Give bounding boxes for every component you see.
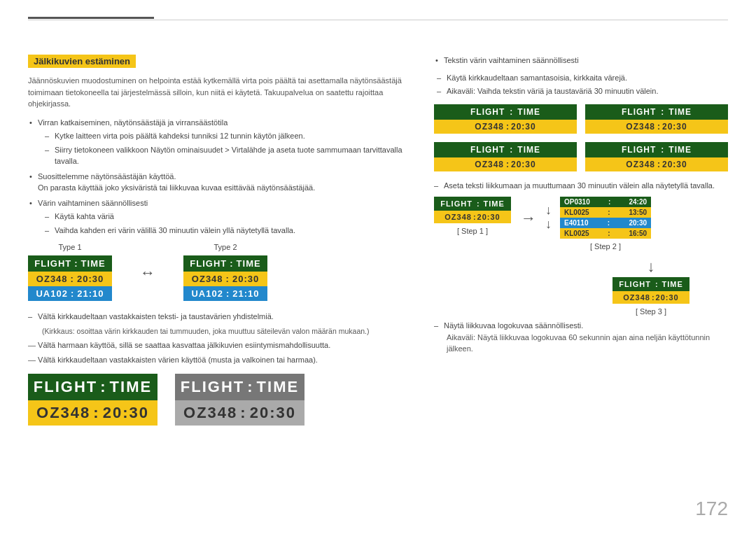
right-bullet-1: Tekstin värin vaihtaminen säännöllisesti: [434, 55, 728, 66]
type1-widget: FLIGHT : TIME OZ348 : 20:30 UA102 :: [28, 255, 112, 301]
type2-oz348: OZ348: [192, 274, 223, 284]
mw-d-flight: FLIGHT: [622, 145, 656, 155]
sub-item-3a: Käytä kahta väriä: [45, 211, 413, 223]
mw-d-oz: OZ348: [626, 160, 655, 169]
mw-a-time: TIME: [517, 107, 540, 117]
sub-item-3b: Vaihda kahden eri värin välillä 30 minuu…: [45, 225, 413, 237]
mw-c-header: FLIGHT : TIME: [434, 142, 577, 157]
type2-block: Type 2 FLIGHT : TIME OZ348 : 20:30: [183, 243, 267, 301]
mw-c-time: TIME: [517, 145, 540, 155]
warning-1: Vältä kirkkaudeltaan vastakkaisten tekst…: [28, 311, 413, 323]
warning-notes: Vältä kirkkaudeltaan vastakkaisten tekst…: [28, 311, 413, 365]
type1-block: Type 1 FLIGHT : TIME OZ348 : 20:30: [28, 243, 112, 301]
type1-ua102: UA102: [36, 288, 67, 299]
mw-d-time: TIME: [668, 145, 692, 155]
step1-widget: FLIGHT : TIME OZ348 : 20:30: [434, 197, 511, 223]
bottom-note: Näytä liikkuvaa logokuvaa säännöllisesti…: [434, 320, 728, 332]
warning-3: — Vältä kirkkaudeltaan vastakkaisten vär…: [28, 354, 413, 366]
main-content: Jälkikuvien estäminen Jäännöskuvien muod…: [28, 55, 728, 426]
bw2-oz348: OZ348: [183, 404, 237, 422]
type2-header: FLIGHT : TIME: [183, 255, 267, 272]
scroll-row-0: OP0310 : 24:20: [560, 197, 651, 207]
scroll-row-1: KL0025 : 13:50: [560, 207, 651, 218]
mw-c-oz: OZ348: [475, 160, 504, 169]
mw-b-time: TIME: [668, 107, 692, 117]
sub-item-1b: Siirry tietokoneen valikkoon Näytön omin…: [45, 144, 413, 167]
step3-row: OZ348 : 20:30: [612, 291, 690, 304]
page-container: Jälkikuvien estäminen Jäännöskuvien muod…: [0, 0, 756, 534]
right-column: Tekstin värin vaihtaminen säännöllisesti…: [434, 55, 728, 426]
mw-b-header: FLIGHT : TIME: [585, 104, 728, 120]
mini-widget-a: FLIGHT : TIME OZ348 : 20:30: [434, 104, 577, 134]
bw2-time-val: 20:30: [250, 404, 296, 422]
step2-scroll-widget: OP0310 : 24:20 KL0025 : 13:50 E40110: [560, 197, 651, 239]
bottom-widget-2: FLIGHT : TIME OZ348 : 20:30: [175, 374, 304, 426]
top-rule-accent: [28, 17, 154, 19]
sub-list-1: Kytke laitteen virta pois päältä kahdeks…: [45, 130, 413, 167]
mini-widget-c: FLIGHT : TIME OZ348 : 20:30: [434, 142, 577, 171]
step1-row: OZ348 : 20:30: [434, 211, 511, 223]
bottom-widget-1-row: OZ348 : 20:30: [28, 400, 158, 426]
step2-label: [ Step 2 ]: [590, 242, 621, 251]
type2-row2: UA102 : 21:10: [183, 286, 267, 301]
bullet-list: Virran katkaiseminen, näytönsäästäjä ja …: [28, 117, 413, 237]
page-number: 172: [695, 498, 728, 520]
type2-widget: FLIGHT : TIME OZ348 : 20:30 UA102 :: [183, 255, 267, 301]
left-column: Jälkikuvien estäminen Jäännöskuvien muod…: [28, 55, 413, 426]
bw1-time-val: 20:30: [103, 404, 149, 422]
mw-c-row: OZ348 : 20:30: [434, 157, 577, 171]
step2-block: OP0310 : 24:20 KL0025 : 13:50 E40110: [560, 197, 651, 251]
type1-oz348: OZ348: [36, 274, 68, 284]
bw2-time: TIME: [257, 378, 300, 396]
type1-flight: FLIGHT: [34, 258, 71, 269]
type2-time2: 21:10: [232, 288, 259, 299]
step1-label: [ Step 1 ]: [457, 227, 488, 235]
mini-widget-d: FLIGHT : TIME OZ348 : 20:30: [585, 142, 728, 171]
mw-a-time2: 20:30: [511, 122, 536, 132]
mw-b-oz: OZ348: [626, 122, 655, 132]
step3-header: FLIGHT : TIME: [612, 277, 690, 291]
step1-header: FLIGHT : TIME: [434, 197, 511, 211]
type1-row2: UA102 : 21:10: [28, 286, 112, 301]
right-sub-1a: Käytä kirkkaudeltaan samantasoisia, kirk…: [434, 72, 728, 84]
scroll-arrows: ↓ ↓: [545, 204, 552, 232]
color-grid: FLIGHT : TIME OZ348 : 20:30 FLIGHT :: [434, 104, 728, 171]
step-section: Aseta teksti liikkumaan ja muuttumaan 30…: [434, 180, 728, 355]
bullet-item-1: Virran katkaiseminen, näytönsäästäjä ja …: [28, 117, 413, 167]
right-sub-1b: Aikaväli: Vaihda tekstin väriä ja tausta…: [434, 85, 728, 97]
step-arrow-1: → ↓ ↓: [518, 209, 539, 227]
type2-ua102: UA102: [191, 288, 223, 299]
type2-time1: 20:30: [232, 274, 259, 284]
bullet-item-3: Värin vaihtaminen säännöllisesti Käytä k…: [28, 197, 413, 237]
type-row: Type 1 FLIGHT : TIME OZ348 : 20:30: [28, 243, 413, 301]
type1-header: FLIGHT : TIME: [28, 255, 112, 272]
sub-item-1a: Kytke laitteen virta pois päältä kahdeks…: [45, 130, 413, 142]
type1-colon: :: [74, 258, 78, 269]
mw-c-time2: 20:30: [511, 160, 536, 169]
type1-time-label: TIME: [81, 258, 106, 269]
bw1-oz348: OZ348: [36, 404, 90, 422]
bullet-item-2: Suosittelemme näytönsäästäjän käyttöä. O…: [28, 171, 413, 194]
step3-widget: FLIGHT : TIME OZ348 : 20:30: [612, 277, 690, 304]
scroll-row-2: E40110 : 20:30: [560, 218, 651, 228]
mw-b-time2: 20:30: [662, 122, 687, 132]
type2-row1: OZ348 : 20:30: [183, 272, 267, 286]
section-heading: Jälkikuvien estäminen: [28, 55, 136, 68]
mw-d-header: FLIGHT : TIME: [585, 142, 728, 157]
bottom-widgets: FLIGHT : TIME OZ348 : 20:30 FLIGHT :: [28, 374, 413, 426]
step3-container: FLIGHT : TIME OZ348 : 20:30 [ Step 3 ]: [574, 277, 728, 316]
step1-block: FLIGHT : TIME OZ348 : 20:30 [ Step 1 ]: [434, 197, 511, 235]
bottom-widget-1: FLIGHT : TIME OZ348 : 20:30: [28, 374, 158, 426]
sub-list-3: Käytä kahta väriä Vaihda kahden eri väri…: [45, 211, 413, 236]
mw-c-flight: FLIGHT: [470, 145, 505, 155]
type1-label: Type 1: [58, 243, 81, 251]
warning-1-sub: (Kirkkaus: osoittaa värin kirkkauden tai…: [28, 326, 413, 337]
bottom-widget-2-header: FLIGHT : TIME: [175, 374, 304, 400]
bottom-widget-1-header: FLIGHT : TIME: [28, 374, 158, 400]
type2-flight: FLIGHT: [190, 258, 227, 269]
mw-a-flight: FLIGHT: [470, 107, 505, 117]
type1-time1: 20:30: [77, 274, 104, 284]
mw-b-flight: FLIGHT: [622, 107, 656, 117]
bw2-flight: FLIGHT: [181, 378, 244, 396]
step-dash-note: Aseta teksti liikkumaan ja muuttumaan 30…: [434, 180, 728, 192]
